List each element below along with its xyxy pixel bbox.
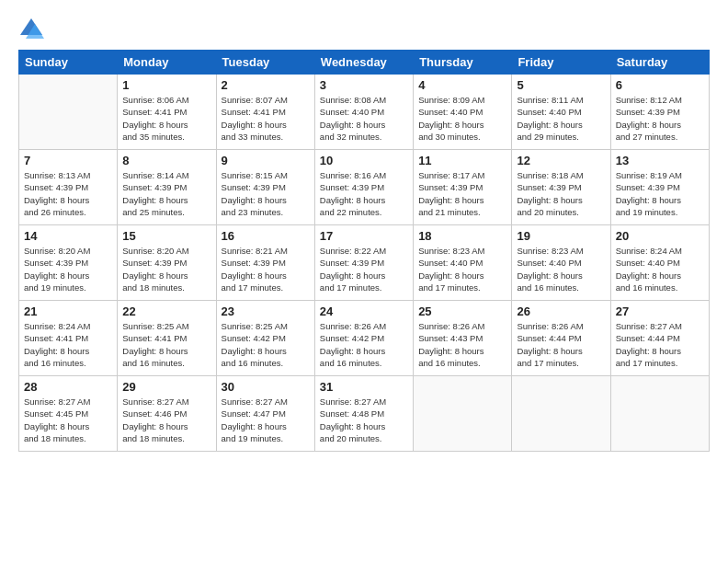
day-cell: 6Sunrise: 8:12 AMSunset: 4:39 PMDaylight… (610, 75, 709, 150)
day-cell: 26Sunrise: 8:26 AMSunset: 4:44 PMDayligh… (512, 301, 610, 376)
day-info: Sunrise: 8:27 AMSunset: 4:48 PMDaylight:… (320, 396, 408, 444)
calendar-table: SundayMondayTuesdayWednesdayThursdayFrid… (18, 50, 710, 452)
day-cell (19, 75, 118, 150)
day-number: 26 (517, 304, 605, 318)
week-row-2: 7Sunrise: 8:13 AMSunset: 4:39 PMDaylight… (19, 150, 710, 225)
day-cell: 15Sunrise: 8:20 AMSunset: 4:39 PMDayligh… (118, 225, 216, 301)
day-number: 25 (418, 304, 506, 318)
day-info: Sunrise: 8:13 AMSunset: 4:39 PMDaylight:… (24, 169, 112, 218)
day-header-saturday: Saturday (610, 51, 709, 75)
day-number: 3 (320, 78, 408, 92)
day-cell: 1Sunrise: 8:06 AMSunset: 4:41 PMDaylight… (118, 75, 216, 150)
day-info: Sunrise: 8:09 AMSunset: 4:40 PMDaylight:… (418, 94, 506, 143)
day-cell (512, 376, 610, 452)
week-row-4: 21Sunrise: 8:24 AMSunset: 4:41 PMDayligh… (19, 301, 710, 376)
day-cell: 4Sunrise: 8:09 AMSunset: 4:40 PMDaylight… (414, 75, 512, 150)
day-cell: 22Sunrise: 8:25 AMSunset: 4:41 PMDayligh… (118, 301, 216, 376)
day-info: Sunrise: 8:24 AMSunset: 4:41 PMDaylight:… (24, 320, 112, 369)
week-row-1: 1Sunrise: 8:06 AMSunset: 4:41 PMDaylight… (19, 75, 710, 150)
day-cell: 20Sunrise: 8:24 AMSunset: 4:40 PMDayligh… (610, 225, 709, 301)
day-info: Sunrise: 8:24 AMSunset: 4:40 PMDaylight:… (616, 245, 704, 293)
day-info: Sunrise: 8:18 AMSunset: 4:39 PMDaylight:… (517, 169, 605, 218)
day-cell: 21Sunrise: 8:24 AMSunset: 4:41 PMDayligh… (19, 301, 118, 376)
day-info: Sunrise: 8:16 AMSunset: 4:39 PMDaylight:… (320, 169, 408, 218)
day-number: 8 (122, 154, 210, 167)
day-cell: 12Sunrise: 8:18 AMSunset: 4:39 PMDayligh… (512, 150, 610, 225)
day-cell: 30Sunrise: 8:27 AMSunset: 4:47 PMDayligh… (216, 376, 314, 452)
day-cell: 28Sunrise: 8:27 AMSunset: 4:45 PMDayligh… (19, 376, 118, 452)
day-number: 15 (122, 229, 210, 243)
day-info: Sunrise: 8:20 AMSunset: 4:39 PMDaylight:… (24, 245, 112, 293)
day-cell: 13Sunrise: 8:19 AMSunset: 4:39 PMDayligh… (610, 150, 709, 225)
day-cell: 17Sunrise: 8:22 AMSunset: 4:39 PMDayligh… (314, 225, 413, 301)
day-info: Sunrise: 8:07 AMSunset: 4:41 PMDaylight:… (222, 94, 310, 143)
day-number: 14 (24, 229, 112, 243)
day-number: 31 (320, 380, 408, 394)
day-info: Sunrise: 8:22 AMSunset: 4:39 PMDaylight:… (320, 245, 408, 293)
day-number: 17 (320, 229, 408, 243)
day-cell: 18Sunrise: 8:23 AMSunset: 4:40 PMDayligh… (414, 225, 512, 301)
day-number: 2 (222, 78, 310, 92)
day-cell: 24Sunrise: 8:26 AMSunset: 4:42 PMDayligh… (314, 301, 413, 376)
day-number: 19 (517, 229, 605, 243)
day-cell: 2Sunrise: 8:07 AMSunset: 4:41 PMDaylight… (216, 75, 314, 150)
day-number: 10 (320, 154, 408, 167)
day-info: Sunrise: 8:14 AMSunset: 4:39 PMDaylight:… (122, 169, 210, 218)
page: SundayMondayTuesdayWednesdayThursdayFrid… (0, 0, 728, 563)
day-header-wednesday: Wednesday (314, 51, 413, 75)
day-info: Sunrise: 8:06 AMSunset: 4:41 PMDaylight:… (122, 94, 210, 143)
day-cell: 11Sunrise: 8:17 AMSunset: 4:39 PMDayligh… (414, 150, 512, 225)
day-cell: 19Sunrise: 8:23 AMSunset: 4:40 PMDayligh… (512, 225, 610, 301)
day-cell: 25Sunrise: 8:26 AMSunset: 4:43 PMDayligh… (414, 301, 512, 376)
day-info: Sunrise: 8:19 AMSunset: 4:39 PMDaylight:… (616, 169, 704, 218)
day-info: Sunrise: 8:23 AMSunset: 4:40 PMDaylight:… (418, 245, 506, 293)
day-info: Sunrise: 8:27 AMSunset: 4:44 PMDaylight:… (616, 320, 704, 369)
day-cell: 31Sunrise: 8:27 AMSunset: 4:48 PMDayligh… (314, 376, 413, 452)
day-cell: 29Sunrise: 8:27 AMSunset: 4:46 PMDayligh… (118, 376, 216, 452)
day-info: Sunrise: 8:25 AMSunset: 4:42 PMDaylight:… (222, 320, 310, 369)
day-info: Sunrise: 8:11 AMSunset: 4:40 PMDaylight:… (517, 94, 605, 143)
day-number: 30 (222, 380, 310, 394)
day-number: 22 (122, 304, 210, 318)
day-cell: 10Sunrise: 8:16 AMSunset: 4:39 PMDayligh… (314, 150, 413, 225)
day-header-tuesday: Tuesday (216, 51, 314, 75)
day-number: 29 (122, 380, 210, 394)
week-row-3: 14Sunrise: 8:20 AMSunset: 4:39 PMDayligh… (19, 225, 710, 301)
day-info: Sunrise: 8:17 AMSunset: 4:39 PMDaylight:… (418, 169, 506, 218)
day-cell: 14Sunrise: 8:20 AMSunset: 4:39 PMDayligh… (19, 225, 118, 301)
day-info: Sunrise: 8:26 AMSunset: 4:43 PMDaylight:… (418, 320, 506, 369)
day-info: Sunrise: 8:20 AMSunset: 4:39 PMDaylight:… (122, 245, 210, 293)
day-number: 6 (616, 78, 704, 92)
day-number: 27 (616, 304, 704, 318)
day-number: 20 (616, 229, 704, 243)
day-info: Sunrise: 8:12 AMSunset: 4:39 PMDaylight:… (616, 94, 704, 143)
day-cell (414, 376, 512, 452)
calendar-header-row: SundayMondayTuesdayWednesdayThursdayFrid… (19, 51, 710, 75)
day-header-thursday: Thursday (414, 51, 512, 75)
day-number: 28 (24, 380, 112, 394)
day-cell: 7Sunrise: 8:13 AMSunset: 4:39 PMDaylight… (19, 150, 118, 225)
day-cell: 27Sunrise: 8:27 AMSunset: 4:44 PMDayligh… (610, 301, 709, 376)
day-cell: 9Sunrise: 8:15 AMSunset: 4:39 PMDaylight… (216, 150, 314, 225)
day-cell: 16Sunrise: 8:21 AMSunset: 4:39 PMDayligh… (216, 225, 314, 301)
day-cell (610, 376, 709, 452)
day-number: 4 (418, 78, 506, 92)
day-number: 13 (616, 154, 704, 167)
day-info: Sunrise: 8:25 AMSunset: 4:41 PMDaylight:… (122, 320, 210, 369)
day-header-monday: Monday (118, 51, 216, 75)
day-number: 23 (222, 304, 310, 318)
day-info: Sunrise: 8:26 AMSunset: 4:44 PMDaylight:… (517, 320, 605, 369)
day-number: 9 (222, 154, 310, 167)
day-info: Sunrise: 8:27 AMSunset: 4:47 PMDaylight:… (222, 396, 310, 444)
day-header-sunday: Sunday (19, 51, 118, 75)
day-cell: 23Sunrise: 8:25 AMSunset: 4:42 PMDayligh… (216, 301, 314, 376)
logo-icon (18, 17, 44, 42)
day-number: 16 (222, 229, 310, 243)
day-info: Sunrise: 8:15 AMSunset: 4:39 PMDaylight:… (222, 169, 310, 218)
day-number: 1 (122, 78, 210, 92)
day-info: Sunrise: 8:27 AMSunset: 4:45 PMDaylight:… (24, 396, 112, 444)
day-header-friday: Friday (512, 51, 610, 75)
day-info: Sunrise: 8:23 AMSunset: 4:40 PMDaylight:… (517, 245, 605, 293)
day-number: 5 (517, 78, 605, 92)
day-number: 21 (24, 304, 112, 318)
